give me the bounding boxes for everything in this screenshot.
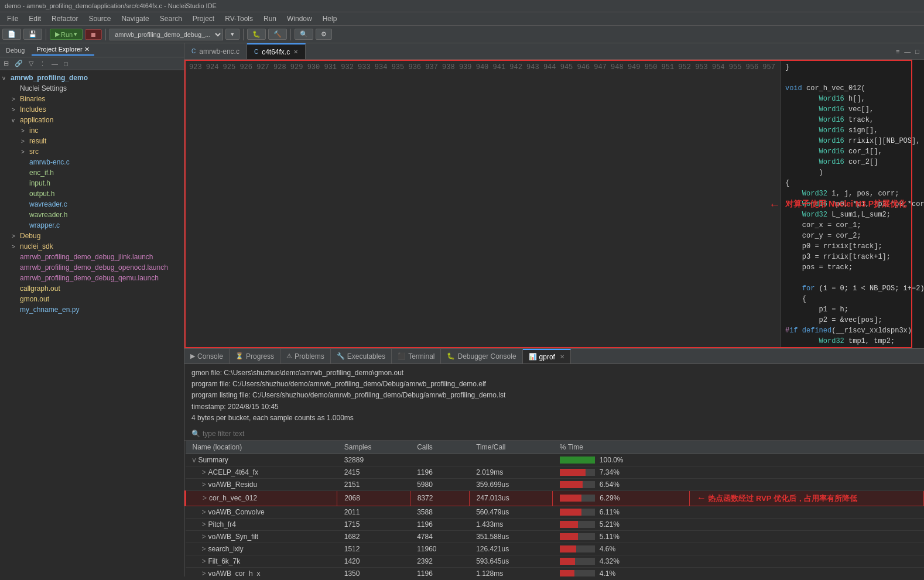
table-row[interactable]: >search_ixiy151211960126.421us4.6% [186, 543, 924, 555]
tree-item-13[interactable]: wavreader.h [0, 210, 184, 220]
menu-rvtools[interactable]: RV-Tools [220, 13, 258, 24]
menu-project[interactable]: Project [188, 13, 219, 24]
tree-item-3[interactable]: >Includes [0, 104, 184, 115]
gprof-content: gmon file: C:\Users\shuzhuo\demo\amrwb_p… [184, 364, 924, 576]
col-calls: Calls [410, 441, 469, 454]
tree-item-2[interactable]: >Binaries [0, 94, 184, 104]
bottom-tab-gprof[interactable]: 📊gprof✕ [523, 349, 571, 363]
table-row[interactable]: >Filt_6k_7k14202392593.645us4.32% [186, 555, 924, 567]
bottom-tab-console[interactable]: ▶Console [184, 349, 230, 363]
bottom-tab-debugger-console[interactable]: 🐛Debugger Console [441, 349, 522, 363]
tree-item-22[interactable]: my_chname_en.py [0, 304, 184, 315]
sidebar-filter[interactable]: ▽ [26, 59, 36, 68]
table-row[interactable]: >voAWB_Residu21515980359.699us6.54% [186, 478, 924, 490]
filter-row: 🔍 [184, 427, 924, 441]
line-numbers: 923 924 925 926 927 928 929 930 931 932 … [184, 60, 781, 348]
bottom-tab-problems[interactable]: ⚠Problems [280, 349, 331, 363]
tab-close-icon[interactable]: ✕ [293, 49, 298, 55]
bottom-tab-progress[interactable]: ⏳Progress [230, 349, 280, 363]
tb-build[interactable]: 🔨 [268, 29, 287, 40]
tab-amrwb-enc[interactable]: C amrwb-enc.c [184, 43, 247, 59]
tree-item-7[interactable]: >src [0, 146, 184, 157]
bottom-tab-terminal[interactable]: ⬛Terminal [392, 349, 441, 363]
tree-item-6[interactable]: >result [0, 136, 184, 146]
timestamp-line: timestamp: 2024/8/15 10:45 [191, 401, 917, 413]
editor-minimize[interactable]: — [902, 47, 913, 56]
tree-item-1[interactable]: Nuclei Settings [0, 83, 184, 94]
gprof-table: Name (location) Samples Calls Time/Call … [184, 441, 924, 576]
menu-run[interactable]: Run [259, 13, 281, 24]
code-annotation: ← 对算子使用 Nuclei N3 P扩展优化 [769, 197, 906, 211]
tab-icon-c: C [191, 48, 196, 54]
editor-maximize[interactable]: □ [913, 47, 922, 56]
bottom-tab-close-icon[interactable]: ✕ [560, 354, 564, 360]
tree-item-17[interactable]: amrwb_profiling_demo_debug_jlink.launch [0, 252, 184, 262]
filter-input[interactable] [203, 430, 378, 438]
run-button[interactable]: ▶ Run ▾ [50, 29, 83, 40]
tree-item-20[interactable]: callgraph.out [0, 283, 184, 294]
menu-navigate[interactable]: Navigate [117, 13, 153, 24]
sidebar-toolbar: ⊟ 🔗 ▽ ⋮ — □ [0, 57, 184, 70]
filter-icon: 🔍 [191, 430, 200, 438]
tab-view-menu[interactable]: ≡ [894, 47, 902, 56]
tree-item-18[interactable]: amrwb_profiling_demo_debug_openocd.launc… [0, 262, 184, 273]
tree-item-4[interactable]: vapplication [0, 115, 184, 125]
menu-file[interactable]: File [2, 13, 23, 24]
tree-item-11[interactable]: output.h [0, 188, 184, 199]
sidebar-collapse-all[interactable]: ⊟ [1, 59, 11, 68]
sidebar-tab-project[interactable]: Project Explorer ✕ [32, 44, 94, 56]
table-row[interactable]: >voAWB_Convolve20113588560.479us6.11% [186, 506, 924, 518]
sidebar-maximize[interactable]: □ [61, 59, 70, 68]
menu-help[interactable]: Help [318, 13, 342, 24]
tab-c4t64fx[interactable]: C c4t64fx.c ✕ [247, 43, 306, 59]
tree-item-8[interactable]: amrwb-enc.c [0, 157, 184, 167]
tree-item-5[interactable]: >inc [0, 125, 184, 136]
tree-item-14[interactable]: wrapper.c [0, 220, 184, 231]
sidebar-view-menu[interactable]: ⋮ [37, 59, 48, 68]
title-bar: demo - amrwb_profiling_demo/application/… [0, 0, 924, 12]
tree-item-16[interactable]: >nuclei_sdk [0, 241, 184, 252]
tab-icon-c2: C [254, 49, 258, 55]
tree-item-21[interactable]: gmon.out [0, 294, 184, 304]
tb-search[interactable]: 🔍 [295, 29, 313, 40]
table-row[interactable]: >ACELP_4t64_fx241511962.019ms7.34% [186, 466, 924, 478]
config-combo[interactable]: amrwb_profiling_demo_debug_... [109, 29, 223, 40]
table-row[interactable]: >voAWB_cor_h_x135011961.128ms4.1% [186, 567, 924, 576]
menu-edit[interactable]: Edit [24, 13, 46, 24]
menu-refactor[interactable]: Refactor [47, 13, 83, 24]
tree-item-12[interactable]: wavreader.c [0, 199, 184, 210]
menu-search[interactable]: Search [155, 13, 187, 24]
tree-item-10[interactable]: input.h [0, 178, 184, 188]
save-button[interactable]: 💾 [23, 29, 42, 40]
toolbar-separator [46, 29, 46, 40]
tree-item-9[interactable]: enc_if.h [0, 167, 184, 178]
table-row[interactable]: >voAWB_Syn_filt16824784351.588us5.11% [186, 530, 924, 543]
col-samples: Samples [337, 441, 410, 454]
tree-item-0[interactable]: vamrwb_profiling_demo [0, 73, 184, 83]
menu-window[interactable]: Window [282, 13, 317, 24]
listing-line: program listing file: C:/Users/shuzhuo/d… [191, 390, 917, 401]
tree-item-15[interactable]: >Debug [0, 231, 184, 241]
sidebar-link-editor[interactable]: 🔗 [12, 59, 25, 68]
main-layout: Debug Project Explorer ✕ ⊟ 🔗 ▽ ⋮ — □ vam… [0, 43, 924, 576]
bottom-tab-executables[interactable]: 🔧Executables [331, 349, 392, 363]
table-row[interactable]: >cor_h_vec_01220688372247.013us6.29%← 热点… [186, 490, 924, 506]
tb-settings[interactable]: ⚙ [316, 29, 332, 40]
config-dropdown[interactable]: ▾ [225, 29, 239, 40]
tree-item-19[interactable]: amrwb_profiling_demo_debug_qemu.launch [0, 273, 184, 283]
editor-area: C amrwb-enc.c C c4t64fx.c ✕ ≡ — □ 923 92… [184, 43, 924, 348]
project-tree: vamrwb_profiling_demo Nuclei Settings>Bi… [0, 70, 184, 576]
new-button[interactable]: 📄 [2, 29, 21, 40]
menu-source[interactable]: Source [84, 13, 115, 24]
debug-button[interactable]: 🐛 [247, 29, 266, 40]
table-row[interactable]: >Pitch_fr4171511961.433ms5.21% [186, 518, 924, 530]
stop-button[interactable]: ⏹ [85, 29, 102, 40]
sidebar-tabs: Debug Project Explorer ✕ [0, 43, 184, 57]
col-name: Name (location) [186, 441, 337, 454]
sidebar-tab-debug[interactable]: Debug [1, 46, 29, 55]
table-row[interactable]: vSummary32889100.0% [186, 454, 924, 466]
gprof-table-head: Name (location) Samples Calls Time/Call … [186, 441, 924, 454]
sidebar-minimize[interactable]: — [49, 59, 60, 68]
sidebar-close-icon[interactable]: ✕ [84, 46, 90, 53]
table-wrapper: Name (location) Samples Calls Time/Call … [184, 441, 924, 576]
